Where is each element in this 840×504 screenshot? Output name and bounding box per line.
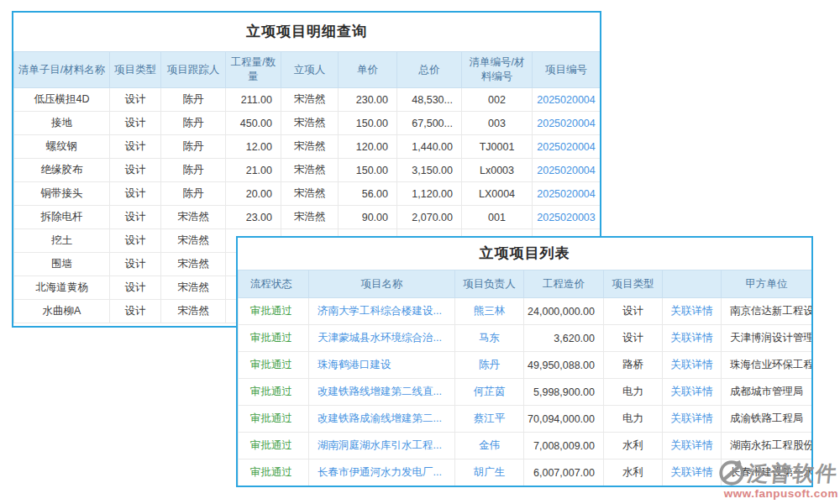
cell-project-no-link[interactable]: 2025020004 — [533, 112, 601, 135]
cell-flow-status-link[interactable]: 审批通过 — [239, 459, 309, 486]
cell-client-unit: 湖南永拓工程股份有... — [722, 433, 812, 459]
cell-flow-status-link[interactable]: 审批通过 — [239, 325, 309, 352]
cell-project-name-link[interactable]: 湖南洞庭湖水库引水工程... — [309, 433, 455, 459]
cell-total-price: 1,120.00 — [397, 182, 462, 206]
cell-manager-link[interactable]: 熊三林 — [455, 298, 524, 325]
cell-manager-link[interactable]: 马东 — [455, 325, 524, 352]
cell-project-name-link[interactable]: 改建铁路成渝线增建第二... — [309, 406, 455, 433]
cell-project-name-link[interactable]: 改建铁路线增建第二线直... — [309, 379, 455, 406]
table-row: 铜带接头设计陈丹20.00宋浩然56.001,120.00LX000420250… — [14, 182, 601, 206]
column-header: 单价 — [339, 52, 397, 88]
column-header: 清单编号/材料编号 — [462, 52, 533, 88]
cell-total-price: 1,440.00 — [397, 135, 462, 159]
cell-project-no-link[interactable]: 2025020003 — [533, 206, 601, 229]
cell-project-type: 电力 — [604, 379, 663, 406]
cell-tracker: 宋浩然 — [161, 276, 226, 300]
cell-quantity: 20.00 — [226, 182, 281, 206]
column-header: 项目跟踪人 — [161, 52, 226, 88]
cell-material-name: 铜带接头 — [14, 182, 110, 206]
cell-related-detail-link[interactable]: 关联详情 — [663, 379, 722, 406]
cell-unit-price: 90.00 — [339, 206, 397, 229]
cell-flow-status-link[interactable]: 审批通过 — [239, 298, 309, 325]
cell-project-name-link[interactable]: 长春市伊通河水力发电厂... — [309, 459, 455, 486]
cell-related-detail-link[interactable]: 关联详情 — [663, 433, 722, 459]
cell-manager-link[interactable]: 何芷茵 — [455, 379, 524, 406]
cell-project-cost: 24,000,000.00 — [524, 298, 604, 325]
column-header: 项目类型 — [604, 270, 663, 298]
cell-project-no-link[interactable]: 2025020004 — [533, 159, 601, 182]
cell-initiator: 宋浩然 — [281, 206, 339, 229]
cell-project-type: 设计 — [110, 88, 161, 112]
cell-total-price: 3,150.00 — [397, 159, 462, 182]
cell-flow-status-link[interactable]: 审批通过 — [239, 433, 309, 459]
cell-list-code: LX0004 — [462, 182, 533, 206]
cell-related-detail-link[interactable]: 关联详情 — [663, 352, 722, 379]
cell-flow-status-link[interactable]: 审批通过 — [239, 406, 309, 433]
cell-tracker: 陈丹 — [161, 88, 226, 112]
cell-list-code: Lx0003 — [462, 159, 533, 182]
cell-related-detail-link[interactable]: 关联详情 — [663, 406, 722, 433]
column-header: 立项人 — [281, 52, 339, 88]
cell-manager-link[interactable]: 金伟 — [455, 433, 524, 459]
table-row: 审批通过济南大学工科综合楼建设...熊三林24,000,000.00设计关联详情… — [239, 298, 812, 325]
cell-material-name: 低压横担4D — [14, 88, 110, 112]
cell-project-type: 水利 — [604, 433, 663, 459]
cell-material-name: 北海道黄杨 — [14, 276, 110, 300]
cell-quantity: 23.00 — [226, 206, 281, 229]
cell-manager-link[interactable]: 蔡江平 — [455, 406, 524, 433]
cell-quantity: 12.00 — [226, 135, 281, 159]
cell-project-cost: 70,094,000.00 — [524, 406, 604, 433]
cell-project-no-link[interactable]: 2025020004 — [533, 182, 601, 206]
cell-list-code: 002 — [462, 88, 533, 112]
cell-material-name: 围墙 — [14, 253, 110, 276]
cell-quantity: 21.00 — [226, 159, 281, 182]
column-header: 流程状态 — [239, 270, 309, 298]
cell-project-no-link[interactable]: 2025020004 — [533, 135, 601, 159]
cell-project-type: 电力 — [604, 406, 663, 433]
detail-header-row: 清单子目/材料名称项目类型项目跟踪人工程量/数量立项人单价总价清单编号/材料编号… — [14, 52, 601, 88]
cell-client-unit: 珠海信业环保工程建... — [722, 352, 812, 379]
detail-panel-title: 立项项目明细查询 — [13, 13, 600, 51]
cell-manager-link[interactable]: 陈丹 — [455, 352, 524, 379]
cell-project-name-link[interactable]: 天津蒙城县水环境综合治... — [309, 325, 455, 352]
cell-project-no-link[interactable]: 2025020004 — [533, 88, 601, 112]
cell-total-price: 48,530... — [397, 88, 462, 112]
table-row: 审批通过湖南洞庭湖水库引水工程...金伟7,008,009.00水利关联详情湖南… — [239, 433, 812, 459]
cell-project-type: 设计 — [110, 182, 161, 206]
table-row: 审批通过天津蒙城县水环境综合治...马东3,620.00设计关联详情天津博润设计… — [239, 325, 812, 352]
cell-project-type: 设计 — [604, 325, 663, 352]
cell-project-type: 设计 — [604, 298, 663, 325]
cell-flow-status-link[interactable]: 审批通过 — [239, 352, 309, 379]
table-row: 螺纹钢设计陈丹12.00宋浩然120.001,440.00TJ000120250… — [14, 135, 601, 159]
cell-initiator: 宋浩然 — [281, 159, 339, 182]
cell-unit-price: 56.00 — [339, 182, 397, 206]
cell-tracker: 宋浩然 — [161, 206, 226, 229]
cell-quantity: 450.00 — [226, 112, 281, 135]
cell-project-cost: 5,998,900.00 — [524, 379, 604, 406]
cell-client-unit: 长春市建设第一水利 — [722, 459, 812, 486]
cell-related-detail-link[interactable]: 关联详情 — [663, 459, 722, 486]
cell-related-detail-link[interactable]: 关联详情 — [663, 325, 722, 352]
cell-manager-link[interactable]: 胡广生 — [455, 459, 524, 486]
cell-list-code: 001 — [462, 206, 533, 229]
cell-unit-price: 230.00 — [339, 88, 397, 112]
table-row: 审批通过珠海鹤港口建设陈丹49,950,088.00路桥关联详情珠海信业环保工程… — [239, 352, 812, 379]
cell-related-detail-link[interactable]: 关联详情 — [663, 298, 722, 325]
cell-initiator: 宋浩然 — [281, 88, 339, 112]
cell-project-name-link[interactable]: 珠海鹤港口建设 — [309, 352, 455, 379]
cell-material-name: 挖土 — [14, 229, 110, 253]
table-row: 绝缘胶布设计陈丹21.00宋浩然150.003,150.00Lx00032025… — [14, 159, 601, 182]
cell-flow-status-link[interactable]: 审批通过 — [239, 379, 309, 406]
cell-material-name: 接地 — [14, 112, 110, 135]
list-header-row: 流程状态项目名称项目负责人工程造价项目类型甲方单位 — [239, 270, 812, 298]
table-row: 接地设计陈丹450.00宋浩然150.0067,500...0032025020… — [14, 112, 601, 135]
cell-initiator: 宋浩然 — [281, 182, 339, 206]
table-row: 审批通过改建铁路线增建第二线直...何芷茵5,998,900.00电力关联详情成… — [239, 379, 812, 406]
column-header: 工程造价 — [524, 270, 604, 298]
cell-client-unit: 南京信达新工程设计院 — [722, 298, 812, 325]
list-panel-title: 立项项目列表 — [238, 238, 811, 270]
cell-list-code: TJ0001 — [462, 135, 533, 159]
cell-project-name-link[interactable]: 济南大学工科综合楼建设... — [309, 298, 455, 325]
cell-client-unit: 成渝铁路工程局 — [722, 406, 812, 433]
cell-tracker: 陈丹 — [161, 112, 226, 135]
